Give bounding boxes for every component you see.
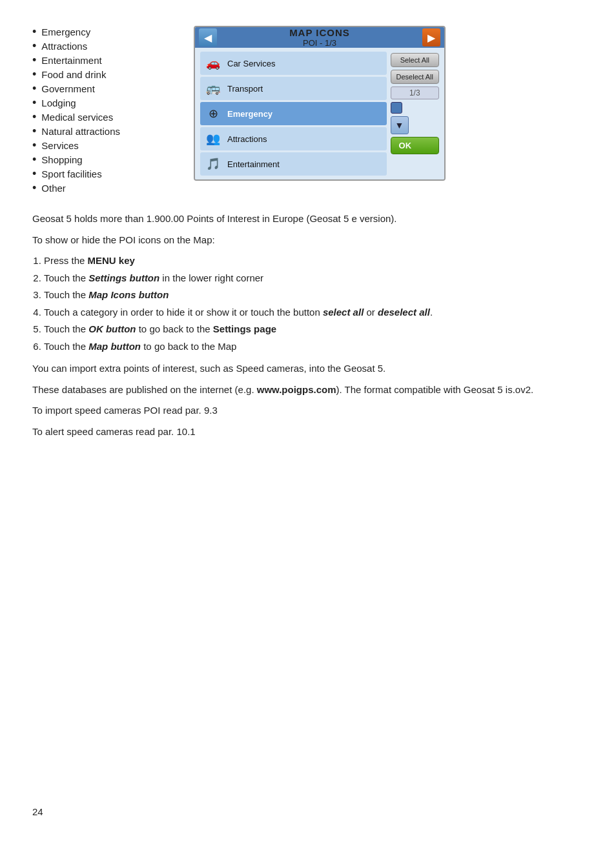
- paragraph-5: To import speed cameras POI read par. 9.…: [32, 403, 584, 418]
- map-icons-panel: ◀ MAP ICONS POI - 1/3 ▶ 🚗Car Services🚌Tr…: [194, 26, 446, 181]
- page-number: 24: [32, 806, 43, 817]
- map-row-icon: 🚗: [204, 54, 222, 72]
- map-row[interactable]: 👥Attractions: [200, 127, 387, 150]
- map-row-icon: ⊕: [204, 105, 222, 123]
- step-3: Touch the Map Icons button: [44, 288, 584, 303]
- paragraph-2: To show or hide the POI icons on the Map…: [32, 233, 584, 248]
- p4-end: ). The format compatible with Geosat 5 i…: [336, 384, 534, 395]
- map-row-label: Attractions: [227, 134, 383, 144]
- bullet-item: Sport facilities: [32, 168, 174, 179]
- map-panel-header: ◀ MAP ICONS POI - 1/3 ▶: [195, 27, 444, 48]
- bullet-list: EmergencyAttractionsEntertainmentFood an…: [32, 26, 174, 196]
- map-row[interactable]: ⊕Emergency: [200, 102, 387, 125]
- bullet-item: Lodging: [32, 97, 174, 108]
- back-arrow-button[interactable]: ◀: [199, 28, 217, 46]
- step-4: Touch a category in order to hide it or …: [44, 305, 584, 320]
- map-panel-title: MAP ICONS: [217, 27, 422, 38]
- step-5: Touch the OK button to go back to the Se…: [44, 322, 584, 337]
- select-all-button[interactable]: Select All: [391, 53, 439, 67]
- scroll-down-button[interactable]: ▼: [391, 116, 409, 134]
- bullet-item: Entertainment: [32, 54, 174, 66]
- map-row[interactable]: 🎵Entertainment: [200, 152, 387, 176]
- p4-url: www.poigps.com: [257, 384, 336, 395]
- bullet-item: Other: [32, 182, 174, 194]
- bullet-item: Shopping: [32, 154, 174, 165]
- map-row[interactable]: 🚌Transport: [200, 77, 387, 100]
- bullet-item: Emergency: [32, 26, 174, 37]
- map-panel-subtitle: POI - 1/3: [217, 38, 422, 48]
- map-row-icon: 🚌: [204, 79, 222, 97]
- map-row[interactable]: 🚗Car Services: [200, 52, 387, 75]
- map-row-label: Car Services: [227, 59, 383, 68]
- step-2: Touch the Settings button in the lower r…: [44, 271, 584, 286]
- map-row-icon: 👥: [204, 130, 222, 148]
- steps-list: Press the MENU key Touch the Settings bu…: [44, 254, 584, 354]
- paragraph-6: To alert speed cameras read par. 10.1: [32, 425, 584, 440]
- bullet-item: Medical services: [32, 111, 174, 123]
- map-row-label: Entertainment: [227, 159, 383, 169]
- map-panel-body: 🚗Car Services🚌Transport⊕Emergency👥Attrac…: [195, 48, 444, 179]
- bullet-item: Food and drink: [32, 68, 174, 80]
- deselect-all-button[interactable]: Deselect All: [391, 70, 439, 84]
- content-section: Geosat 5 holds more than 1.900.00 Points…: [32, 212, 584, 439]
- step-6: Touch the Map button to go back to the M…: [44, 340, 584, 354]
- main-layout: EmergencyAttractionsEntertainmentFood an…: [32, 26, 584, 196]
- paragraph-1: Geosat 5 holds more than 1.900.00 Points…: [32, 212, 584, 227]
- bullet-item: Government: [32, 83, 174, 94]
- map-side-controls: Select All Deselect All 1/3 ▼ OK: [391, 52, 439, 176]
- map-row-label: Emergency: [227, 109, 383, 119]
- bullet-item: Services: [32, 139, 174, 151]
- p4-start: These databases are published on the int…: [32, 384, 257, 395]
- bullet-item: Attractions: [32, 40, 174, 52]
- map-row-label: Transport: [227, 84, 383, 94]
- paragraph-4: These databases are published on the int…: [32, 383, 584, 398]
- checkbox-indicator: [391, 102, 402, 114]
- bullet-item: Natural attractions: [32, 125, 174, 137]
- ok-button[interactable]: OK: [391, 137, 439, 154]
- paragraph-3: You can import extra points of interest,…: [32, 361, 584, 376]
- step-1: Press the MENU key: [44, 254, 584, 269]
- page-badge: 1/3: [391, 86, 439, 99]
- forward-arrow-button[interactable]: ▶: [422, 28, 440, 46]
- map-row-icon: 🎵: [204, 155, 222, 173]
- map-rows: 🚗Car Services🚌Transport⊕Emergency👥Attrac…: [200, 52, 387, 176]
